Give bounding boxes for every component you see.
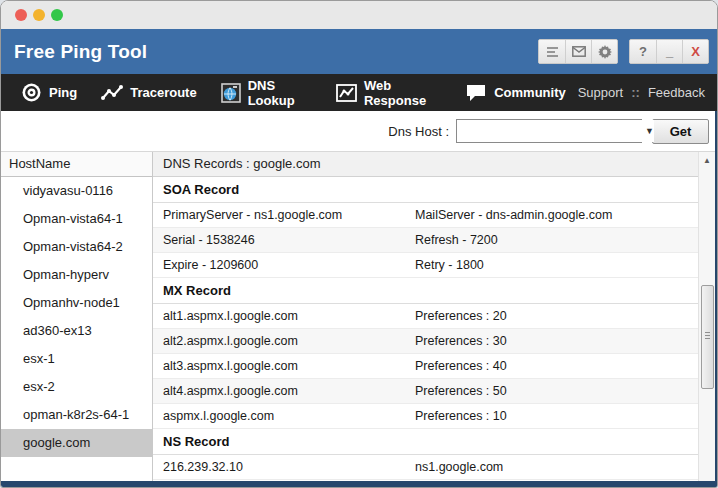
window-bottom-border xyxy=(1,481,717,487)
tab-web-response[interactable]: Web Response xyxy=(324,74,453,111)
chevron-down-icon[interactable]: ▼ xyxy=(645,120,654,142)
record-cell-left: aspmx.l.google.com xyxy=(163,409,415,423)
sidebar-item-esx-1[interactable]: esx-1 xyxy=(1,345,152,373)
record-cell-left: 216.239.32.10 xyxy=(163,460,415,474)
record-row: alt1.aspmx.l.google.comPreferences : 20 xyxy=(153,304,698,329)
get-button[interactable]: Get xyxy=(652,119,709,144)
vertical-scrollbar[interactable]: ▲ ▼ xyxy=(698,152,715,488)
globe-icon xyxy=(221,83,241,103)
title-bar: Free Ping Tool ? _ X xyxy=(1,29,717,74)
section-title-soa-record: SOA Record xyxy=(153,177,698,203)
close-traffic-light[interactable] xyxy=(15,9,27,21)
record-cell-left: Expire - 1209600 xyxy=(163,258,415,272)
tab-label: Ping xyxy=(49,85,77,100)
mail-icon[interactable] xyxy=(565,40,591,63)
tab-ping[interactable]: Ping xyxy=(9,74,89,111)
sidebar-item-Opmanhv-node1[interactable]: Opmanhv-node1 xyxy=(1,289,152,317)
window-chrome-bar xyxy=(1,1,717,29)
nav-bar: PingTracerouteDNS LookupWeb ResponseComm… xyxy=(1,74,717,111)
tab-label: Community xyxy=(494,85,566,100)
zoom-traffic-light[interactable] xyxy=(51,9,63,21)
record-cell-left: Serial - 1538246 xyxy=(163,233,415,247)
dns-records-header: DNS Records : google.com xyxy=(153,152,698,177)
scrollbar-thumb[interactable] xyxy=(701,285,714,389)
record-cell-right: Preferences : 30 xyxy=(415,334,698,348)
scroll-up-icon[interactable]: ▲ xyxy=(699,152,716,169)
dns-host-label: Dns Host : xyxy=(388,124,449,139)
record-cell-left: alt4.aspmx.l.google.com xyxy=(163,384,415,398)
support-link[interactable]: Support xyxy=(578,85,624,100)
dns-host-input[interactable] xyxy=(457,120,645,142)
record-cell-right: Preferences : 20 xyxy=(415,309,698,323)
sidebar-item-vidyavasu-0116[interactable]: vidyavasu-0116 xyxy=(1,177,152,205)
record-row: Expire - 1209600Retry - 1800 xyxy=(153,253,698,278)
tab-label: Web Response xyxy=(364,78,441,108)
record-cell-right: MailServer - dns-admin.google.com xyxy=(415,208,698,222)
tab-dns-lookup[interactable]: DNS Lookup xyxy=(209,74,324,111)
help-button[interactable]: ? xyxy=(630,40,656,63)
record-cell-left: alt2.aspmx.l.google.com xyxy=(163,334,415,348)
list-icon[interactable] xyxy=(539,40,565,63)
dns-toolbar: Dns Host : ▼ Get xyxy=(1,111,715,152)
hostname-sidebar: HostName vidyavasu-0116Opman-vista64-1Op… xyxy=(1,152,153,488)
sidebar-item-opman-k8r2s-64-1[interactable]: opman-k8r2s-64-1 xyxy=(1,401,152,429)
record-row: 216.239.32.10ns1.google.com xyxy=(153,455,698,480)
minimize-traffic-light[interactable] xyxy=(33,9,45,21)
speech-bubble-icon xyxy=(465,83,487,102)
sidebar-item-Opman-vista64-1[interactable]: Opman-vista64-1 xyxy=(1,205,152,233)
tab-label: Traceroute xyxy=(130,85,196,100)
nav-tabs: PingTracerouteDNS LookupWeb ResponseComm… xyxy=(9,74,578,111)
section-title-mx-record: MX Record xyxy=(153,278,698,304)
record-cell-left: alt1.aspmx.l.google.com xyxy=(163,309,415,323)
app-title: Free Ping Tool xyxy=(14,41,147,63)
record-cell-right: Preferences : 10 xyxy=(415,409,698,423)
sidebar-item-Opman-vista64-2[interactable]: Opman-vista64-2 xyxy=(1,233,152,261)
dns-host-combobox[interactable]: ▼ xyxy=(456,119,642,143)
minimize-button[interactable]: _ xyxy=(656,40,682,63)
record-row: Serial - 1538246Refresh - 7200 xyxy=(153,228,698,253)
record-row: alt3.aspmx.l.google.comPreferences : 40 xyxy=(153,354,698,379)
sidebar-item-esx-2[interactable]: esx-2 xyxy=(1,373,152,401)
window-button-group: ? _ X xyxy=(629,39,709,64)
target-icon xyxy=(21,82,42,103)
record-cell-right: Preferences : 50 xyxy=(415,384,698,398)
record-cell-right: ns1.google.com xyxy=(415,460,698,474)
record-row: alt2.aspmx.l.google.comPreferences : 30 xyxy=(153,329,698,354)
sidebar-item-Opman-hyperv[interactable]: Opman-hyperv xyxy=(1,261,152,289)
record-row: alt4.aspmx.l.google.comPreferences : 50 xyxy=(153,379,698,404)
record-cell-right: Retry - 1800 xyxy=(415,258,698,272)
hostname-header: HostName xyxy=(1,152,152,177)
tool-button-group xyxy=(538,39,618,64)
tab-community[interactable]: Community xyxy=(453,74,578,111)
record-row: PrimaryServer - ns1.google.comMailServer… xyxy=(153,203,698,228)
record-cell-right: Preferences : 40 xyxy=(415,359,698,373)
record-row: aspmx.l.google.comPreferences : 10 xyxy=(153,404,698,429)
record-cell-left: alt3.aspmx.l.google.com xyxy=(163,359,415,373)
tab-label: DNS Lookup xyxy=(248,78,312,108)
dns-records-panel: DNS Records : google.com SOA RecordPrima… xyxy=(153,152,698,488)
nav-separator: :: xyxy=(631,85,640,100)
traceroute-icon xyxy=(101,85,123,101)
record-cell-left: PrimaryServer - ns1.google.com xyxy=(163,208,415,222)
record-cell-right: Refresh - 7200 xyxy=(415,233,698,247)
hostname-list: vidyavasu-0116Opman-vista64-1Opman-vista… xyxy=(1,177,152,457)
tab-traceroute[interactable]: Traceroute xyxy=(89,74,208,111)
feedback-link[interactable]: Feedback xyxy=(648,85,705,100)
sidebar-item-ad360-ex13[interactable]: ad360-ex13 xyxy=(1,317,152,345)
chart-icon xyxy=(336,84,357,102)
gear-icon[interactable] xyxy=(591,40,617,63)
section-title-ns-record: NS Record xyxy=(153,429,698,455)
sidebar-item-google.com[interactable]: google.com xyxy=(1,429,152,457)
close-button[interactable]: X xyxy=(682,40,708,63)
app-window: Free Ping Tool ? _ X PingTracerouteDN xyxy=(0,0,718,488)
